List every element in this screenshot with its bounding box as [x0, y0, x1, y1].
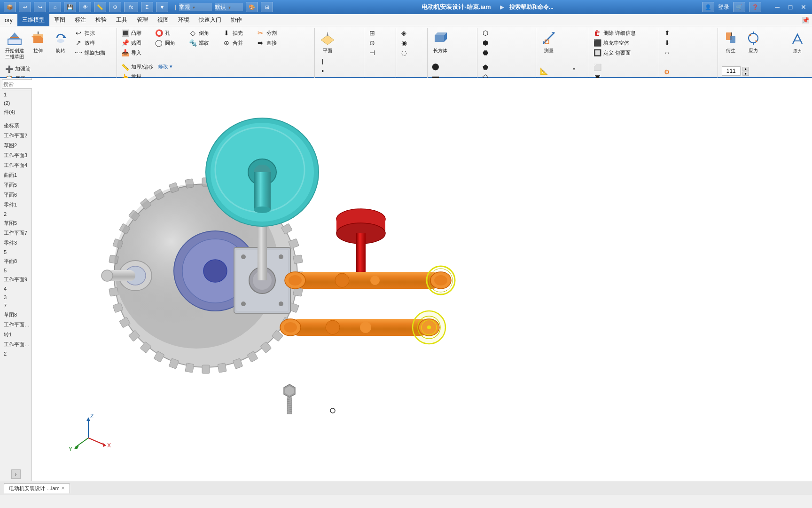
rect-array-btn[interactable]: ⊞	[366, 28, 399, 38]
tree-item-wp9[interactable]: 工作平面9	[0, 275, 31, 285]
measure-btn[interactable]: 📏	[94, 2, 106, 12]
tree-item-wp4[interactable]: 工作平面4	[0, 160, 31, 170]
emboss-btn[interactable]: 🔳 凸雕	[119, 28, 152, 38]
derive-btn[interactable]: 衍生	[720, 28, 742, 56]
menu-view[interactable]: 视图	[153, 14, 173, 26]
login-label[interactable]: 登录	[718, 3, 729, 11]
view-btn[interactable]: 👁	[79, 2, 91, 12]
help-btn[interactable]: ❓	[749, 2, 761, 12]
coil-btn[interactable]: 〰 螺旋扫描	[72, 48, 107, 57]
viewport[interactable]: Z X Y	[32, 78, 812, 481]
panel-collapse-btn[interactable]: ›	[11, 469, 21, 479]
modify-more-btn[interactable]: 修改 ▾	[156, 63, 189, 71]
rotate-btn[interactable]: 旋转	[50, 28, 71, 56]
import-btn[interactable]: 📥 导入	[119, 48, 152, 57]
menu-manage[interactable]: 管理	[132, 14, 153, 26]
tree-item-1[interactable]: 1	[0, 90, 31, 99]
cart-btn[interactable]: 🛒	[733, 2, 745, 12]
shell-btn[interactable]: ⬇ 抽壳	[220, 28, 253, 38]
number-up-btn[interactable]: ▲	[742, 67, 749, 71]
insert2-btn[interactable]: ⬇	[661, 38, 694, 48]
plastic2-btn[interactable]: ⬢	[479, 38, 512, 48]
axis-btn[interactable]: |	[317, 56, 350, 66]
tree-item-p6[interactable]: 平面6	[0, 190, 31, 200]
measure-dropdown[interactable]: ▾	[572, 66, 575, 71]
plane-btn[interactable]: 平面	[317, 28, 338, 56]
palette-btn[interactable]: 🎨	[246, 2, 258, 12]
extrude-btn[interactable]: 拉伸	[27, 28, 49, 56]
menu-inspect[interactable]: 检验	[91, 14, 111, 26]
menu-environment[interactable]: 环境	[173, 14, 194, 26]
tree-item-4[interactable]: 4	[0, 285, 31, 293]
tree-item-7[interactable]: 7	[0, 302, 31, 310]
plastic1-btn[interactable]: ⬡	[479, 28, 512, 38]
circ-array-btn[interactable]: ⊙	[366, 38, 399, 48]
freeform2-btn[interactable]: ◉	[398, 38, 431, 48]
tab-close-btn[interactable]: ×	[62, 485, 65, 492]
tree-item-p5[interactable]: 平面5	[0, 180, 31, 190]
direct-btn[interactable]: ➡ 直接	[254, 38, 287, 48]
formula-btn[interactable]: Σ	[141, 2, 153, 12]
insert3-btn[interactable]: ↔	[661, 48, 694, 57]
rib-btn[interactable]: ➕ 加强筋	[3, 64, 36, 74]
tree-item-5[interactable]: 5	[0, 248, 31, 256]
tree-item-coord[interactable]: 坐标系	[0, 121, 31, 131]
loft-btn[interactable]: ↗ 放样	[72, 38, 107, 48]
split-btn[interactable]: ✂ 分割	[254, 28, 287, 38]
tree-item-wp10[interactable]: 工作平面10	[0, 320, 31, 330]
tree-item-3[interactable]: 件(4)	[0, 107, 31, 117]
document-tab[interactable]: 电动机安装设计-...iam ×	[4, 483, 70, 493]
save-btn[interactable]: 💾	[64, 2, 76, 12]
tree-item-wp7[interactable]: 工作平面7	[0, 228, 31, 238]
plastic4-btn[interactable]: ⬟	[479, 63, 512, 72]
menu-sketch[interactable]: 草图	[49, 14, 70, 26]
tree-item-rev1[interactable]: 转1	[0, 330, 31, 340]
menu-history[interactable]: ory	[0, 14, 17, 26]
combine-btn[interactable]: ⊕ 合并	[220, 38, 253, 48]
menu-tools[interactable]: 工具	[111, 14, 132, 26]
grid-btn[interactable]: ⊞	[261, 2, 273, 12]
tree-item-surf1[interactable]: 曲面1	[0, 170, 31, 180]
app-icon-btn[interactable]: 📦	[4, 2, 16, 12]
user-icon-btn[interactable]: 👤	[702, 2, 714, 12]
number-input[interactable]	[722, 66, 741, 76]
redo-btn[interactable]: ↪	[34, 2, 46, 12]
delete-detail-btn[interactable]: 🗑 删除 详细信息	[591, 28, 638, 38]
tree-item-part1[interactable]: 零件1	[0, 200, 31, 210]
fx-btn[interactable]: fx	[124, 2, 138, 12]
menu-annotation[interactable]: 标注	[70, 14, 91, 26]
number-down-btn[interactable]: ▼	[742, 71, 749, 76]
tree-item-5b[interactable]: 5	[0, 266, 31, 275]
plastic3-btn[interactable]: ⬣	[479, 48, 512, 57]
fillet-btn[interactable]: ◯ 圆角	[153, 38, 186, 48]
tree-item-2[interactable]: (2)	[0, 99, 31, 107]
menu-quickstart[interactable]: 快速入门	[194, 14, 226, 26]
tree-item-2b[interactable]: 2	[0, 210, 31, 218]
tree-item-sketch5[interactable]: 草图5	[0, 218, 31, 228]
search-help[interactable]: 搜索帮助和命令...	[509, 4, 554, 10]
undo-btn[interactable]: ↩	[19, 2, 31, 12]
menu-3d-model[interactable]: 三维模型	[17, 14, 49, 26]
tree-item-3[interactable]: 3	[0, 293, 31, 302]
thread-btn[interactable]: 🔩 螺纹	[187, 38, 219, 48]
fill-hollow-btn[interactable]: ⬛ 填充中空体	[591, 38, 638, 48]
maximize-btn[interactable]: □	[786, 3, 795, 11]
freeform3-btn[interactable]: ◌	[398, 48, 431, 57]
rect-solid-btn[interactable]: 长方体	[429, 28, 451, 56]
chamfer-btn[interactable]: ◇ 倒角	[187, 28, 219, 38]
insert1-btn[interactable]: ⬆	[661, 28, 694, 38]
mirror-btn[interactable]: ⊣	[366, 48, 399, 57]
minimize-btn[interactable]: ─	[773, 3, 782, 11]
insert4-btn[interactable]: ⚙	[661, 67, 694, 77]
start-2d-sketch-btn[interactable]: 开始创建二维草图	[3, 28, 26, 61]
shrinkwrap-btn[interactable]: ⬜	[591, 63, 624, 72]
ribbon-pin-btn[interactable]: 📌	[802, 17, 809, 24]
tree-item-p8[interactable]: 平面8	[0, 256, 31, 266]
force-analysis-btn[interactable]: 应力	[787, 29, 808, 56]
tree-item-part3[interactable]: 零件3	[0, 238, 31, 248]
toolbar-more-btn[interactable]: ▼	[156, 2, 168, 12]
tree-item-wp3[interactable]: 工作平面3	[0, 151, 31, 160]
measure-btn-main[interactable]: 测量	[538, 28, 560, 56]
sphere-btn[interactable]: ⬤	[429, 62, 462, 71]
default-dropdown[interactable]: 默认 ▼	[215, 3, 243, 11]
